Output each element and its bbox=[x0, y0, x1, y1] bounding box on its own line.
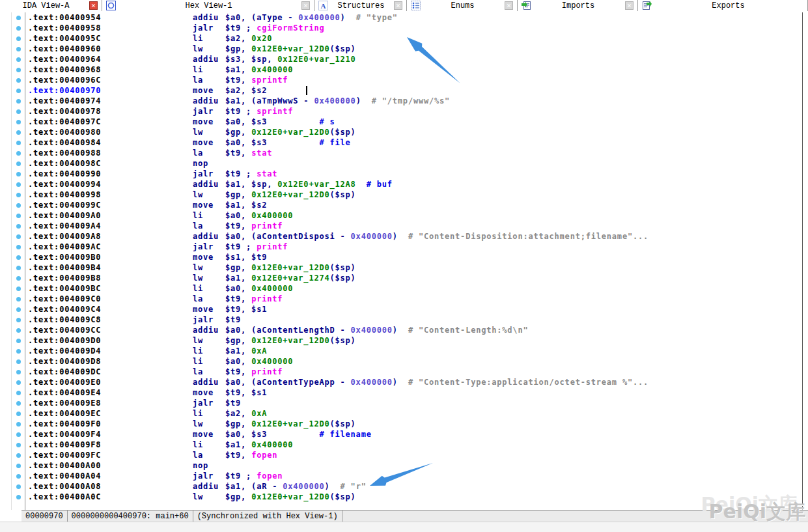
asm-operand: $t9 ; bbox=[225, 471, 257, 481]
nav-dot-icon bbox=[16, 359, 21, 364]
tab-hex-view-1[interactable]: Hex View-1✕ bbox=[102, 0, 314, 11]
asm-line[interactable]: .text:00400A0Clw$gp, 0x12E0+var_12D0($sp… bbox=[25, 492, 802, 502]
asm-address: .text:004009A8 bbox=[28, 231, 193, 242]
nav-dot-icon bbox=[16, 495, 21, 499]
asm-line[interactable]: .text:004009C8jalr$t9 bbox=[25, 315, 802, 325]
asm-line[interactable]: .text:004009DCla$t9, printf bbox=[25, 367, 802, 377]
asm-operand: $gp, bbox=[225, 492, 251, 501]
asm-function-name: cgiFormString bbox=[257, 23, 324, 33]
close-icon[interactable]: ✕ bbox=[301, 1, 310, 10]
asm-line[interactable]: .text:004009FCla$t9, fopen bbox=[25, 450, 802, 460]
tab-structures[interactable]: AStructures✕ bbox=[314, 0, 407, 11]
asm-address: .text:00400980 bbox=[28, 127, 193, 137]
asm-mnemonic: move bbox=[193, 85, 225, 96]
asm-line[interactable]: .text:004009D0lw$gp, 0x12E0+var_12D0($sp… bbox=[25, 335, 802, 346]
asm-line[interactable]: .text:004009CCaddiu$a0, (aContentLengthD… bbox=[25, 325, 802, 335]
asm-number: 0x20 bbox=[251, 34, 272, 43]
asm-function-name: stat bbox=[257, 169, 277, 178]
asm-line[interactable]: .text:00400990jalr$t9 ; stat bbox=[25, 169, 802, 179]
asm-line[interactable]: .text:004009B8lw$a1, 0x12E0+var_1274($sp… bbox=[25, 273, 802, 283]
asm-line[interactable]: .text:004009E8jalr$t9 bbox=[25, 398, 802, 408]
asm-line[interactable]: .text:004009BCli$a0, 0x400000 bbox=[25, 283, 802, 294]
tab-imports[interactable]: Imports✕ bbox=[518, 0, 638, 11]
nav-dot-row bbox=[12, 273, 25, 283]
nav-dot-icon bbox=[16, 287, 21, 291]
asm-line[interactable]: .text:0040095Cli$a2, 0x20 bbox=[25, 33, 802, 44]
asm-line[interactable]: .text:004009D8li$a0, 0x400000 bbox=[25, 356, 802, 367]
asm-line[interactable]: .text:00400988la$t9, stat bbox=[25, 148, 802, 158]
asm-line[interactable]: .text:00400970move$a2, $s2 bbox=[25, 85, 802, 96]
asm-line[interactable]: .text:004009C0la$t9, printf bbox=[25, 294, 802, 304]
asm-line[interactable]: .text:00400980lw$gp, 0x12E0+var_12D0($sp… bbox=[25, 127, 802, 137]
asm-line[interactable]: .text:0040098Cnop bbox=[25, 158, 802, 169]
nav-dot-row bbox=[12, 179, 25, 189]
asm-line[interactable]: .text:00400978jalr$t9 ; sprintf bbox=[25, 106, 802, 117]
asm-line[interactable]: .text:00400A04jalr$t9 ; fopen bbox=[25, 471, 802, 481]
tab-enums[interactable]: Enums✕ bbox=[407, 0, 518, 11]
asm-mnemonic: nop bbox=[193, 158, 225, 169]
asm-line[interactable]: .text:00400960lw$gp, 0x12E0+var_12D0($sp… bbox=[25, 44, 802, 54]
close-icon[interactable]: ✕ bbox=[505, 1, 513, 10]
disassembly-listing[interactable]: .text:00400954addiu$a0, (aType - 0x40000… bbox=[25, 12, 802, 510]
asm-line[interactable]: .text:00400A08addiu$a1, (aR - 0x400000) … bbox=[25, 481, 802, 492]
nav-dot-row bbox=[12, 335, 25, 346]
asm-mnemonic: jalr bbox=[193, 398, 225, 408]
close-icon[interactable]: ✕ bbox=[89, 1, 98, 10]
asm-operand: $gp, bbox=[225, 128, 251, 137]
asm-line[interactable]: .text:004009A8addiu$a0, (aContentDisposi… bbox=[25, 231, 802, 242]
asm-mnemonic: addiu bbox=[193, 377, 225, 387]
asm-line[interactable]: .text:00400A00nop bbox=[25, 460, 802, 471]
tab-exports[interactable]: Exports bbox=[638, 0, 808, 11]
asm-line[interactable]: .text:0040099Cmove$a1, $s2 bbox=[25, 200, 802, 210]
nav-dot-row bbox=[12, 33, 25, 44]
asm-line[interactable]: .text:004009F4move$a0, $s3 # filename bbox=[25, 429, 802, 440]
asm-line[interactable]: .text:004009F0lw$gp, 0x12E0+var_12D0($sp… bbox=[25, 419, 802, 429]
asm-line[interactable]: .text:00400958jalr$t9 ; cgiFormString bbox=[25, 23, 802, 33]
asm-operand: $gp, bbox=[225, 419, 251, 428]
asm-line[interactable]: .text:004009D4li$a1, 0xA bbox=[25, 346, 802, 356]
asm-line[interactable]: .text:00400974addiu$a1, (aTmpWwwS - 0x40… bbox=[25, 96, 802, 106]
asm-operand: ($sp) bbox=[330, 263, 356, 272]
nav-dot-icon bbox=[16, 47, 21, 51]
asm-line[interactable]: .text:00400954addiu$a0, (aType - 0x40000… bbox=[25, 12, 802, 23]
asm-operand: $t9, bbox=[225, 221, 251, 231]
asm-line[interactable]: .text:004009A0li$a0, 0x400000 bbox=[25, 210, 802, 221]
asm-operand: ($sp) bbox=[330, 273, 356, 283]
asm-line[interactable]: .text:004009F8li$a1, 0x400000 bbox=[25, 440, 802, 450]
nav-dot-row bbox=[12, 450, 25, 460]
asm-operand: $gp, bbox=[225, 336, 251, 345]
navigation-dot-gutter bbox=[12, 12, 25, 510]
asm-line[interactable]: .text:004009B0move$s1, $t9 bbox=[25, 252, 802, 262]
asm-line[interactable]: .text:004009C4move$t9, $s1 bbox=[25, 304, 802, 315]
asm-line[interactable]: .text:004009E4move$t9, $s1 bbox=[25, 387, 802, 398]
asm-number: 0x12E0+var_12D0 bbox=[251, 492, 329, 501]
asm-operand: $gp, bbox=[225, 263, 251, 272]
nav-dot-row bbox=[12, 54, 25, 64]
tab-ida-view-a[interactable]: IDA View-A✕ bbox=[0, 0, 102, 11]
asm-address: .text:004009E4 bbox=[28, 387, 193, 398]
asm-operand: $a1, $sp, bbox=[225, 180, 277, 189]
asm-line[interactable]: .text:004009E0addiu$a0, (aContentTypeApp… bbox=[25, 377, 802, 387]
asm-address: .text:00400984 bbox=[28, 137, 193, 148]
close-icon[interactable]: ✕ bbox=[625, 1, 634, 10]
asm-address: .text:004009B0 bbox=[28, 252, 193, 262]
asm-line[interactable]: .text:00400998lw$gp, 0x12E0+var_12D0($sp… bbox=[25, 189, 802, 200]
asm-mnemonic: move bbox=[193, 137, 225, 148]
asm-line[interactable]: .text:00400968li$a1, 0x400000 bbox=[25, 64, 802, 75]
asm-line[interactable]: .text:00400964addiu$s3, $sp, 0x12E0+var_… bbox=[25, 54, 802, 64]
asm-line[interactable]: .text:004009B4lw$gp, 0x12E0+var_12D0($sp… bbox=[25, 262, 802, 273]
asm-function-name: stat bbox=[251, 148, 272, 158]
asm-line[interactable]: .text:0040097Cmove$a0, $s3 # s bbox=[25, 117, 802, 127]
nav-dot-row bbox=[12, 96, 25, 106]
asm-line[interactable]: .text:0040096Cla$t9, sprintf bbox=[25, 75, 802, 85]
asm-line[interactable]: .text:004009ACjalr$t9 ; printf bbox=[25, 242, 802, 252]
asm-auto-comment: # filename bbox=[267, 430, 372, 439]
asm-line[interactable]: .text:00400994addiu$a1, $sp, 0x12E0+var_… bbox=[25, 179, 802, 189]
asm-line[interactable]: .text:004009A4la$t9, printf bbox=[25, 221, 802, 231]
asm-operand: $gp, bbox=[225, 190, 251, 199]
asm-line[interactable]: .text:004009ECli$a2, 0xA bbox=[25, 408, 802, 419]
close-icon[interactable]: ✕ bbox=[394, 1, 402, 10]
asm-line[interactable]: .text:00400984move$a0, $s3 # file bbox=[25, 137, 802, 148]
nav-dot-row bbox=[12, 189, 25, 200]
nav-dot-icon bbox=[16, 318, 21, 322]
